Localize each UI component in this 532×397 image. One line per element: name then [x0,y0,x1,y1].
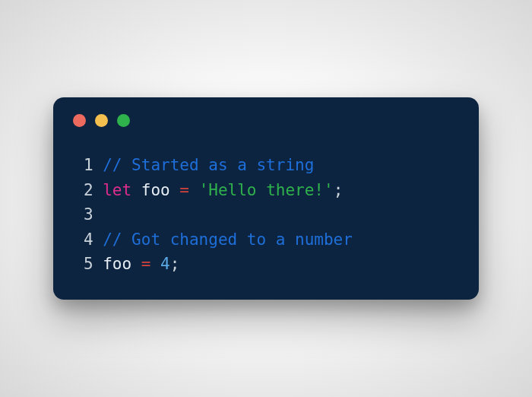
code-token: // Started as a string [103,156,314,174]
line-content: foo = 4; [103,252,179,277]
code-token: = [141,255,151,273]
code-token: ; [170,255,180,273]
code-token [189,181,199,199]
minimize-icon[interactable] [95,114,108,127]
code-line: 4// Got changed to a number [73,227,459,252]
code-line: 1// Started as a string [73,153,459,178]
code-token: = [179,181,189,199]
code-token: foo [103,255,141,273]
code-line: 5foo = 4; [73,252,459,277]
line-number: 4 [73,227,93,252]
line-number: 5 [73,252,93,277]
code-token: let [103,181,131,199]
line-number: 2 [73,178,93,203]
zoom-icon[interactable] [117,114,130,127]
line-number: 3 [73,202,93,227]
window-controls [73,114,459,127]
line-content: let foo = 'Hello there!'; [103,178,343,203]
line-number: 1 [73,153,93,178]
code-editor: 1// Started as a string2let foo = 'Hello… [73,153,459,277]
code-line: 3 [73,202,459,227]
code-token: foo [131,181,179,199]
code-token [150,255,160,273]
code-line: 2let foo = 'Hello there!'; [73,178,459,203]
code-token: ; [334,181,344,199]
code-token: 4 [160,255,170,273]
code-token: 'Hello there!' [199,181,334,199]
close-icon[interactable] [73,114,86,127]
code-token: // Got changed to a number [103,230,353,249]
line-content: // Started as a string [103,153,314,178]
line-content: // Got changed to a number [103,227,353,252]
code-window: 1// Started as a string2let foo = 'Hello… [53,97,479,300]
